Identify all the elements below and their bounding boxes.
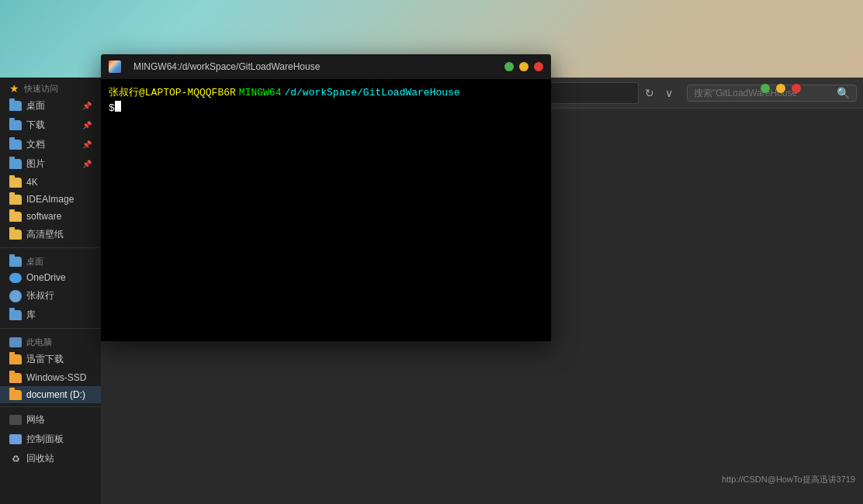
folder-icon-document-d bbox=[9, 390, 22, 400]
desktop-section: 桌面 bbox=[0, 251, 101, 269]
this-pc-section: 此电脑 bbox=[0, 332, 101, 350]
folder-icon-thunder bbox=[9, 354, 22, 364]
sidebar-item-label: software bbox=[26, 211, 61, 222]
sidebar-item-network[interactable]: 网络 bbox=[0, 410, 101, 430]
terminal-line-1: 张叔行@LAPTOP-MQQQFB6R MINGW64 /d/workSpace… bbox=[109, 85, 543, 101]
terminal-path: /d/workSpace/GitLoadWareHouse bbox=[284, 85, 459, 101]
sidebar-item-wallpaper[interactable]: 高清壁纸 bbox=[0, 225, 101, 244]
terminal-cursor bbox=[115, 101, 121, 112]
folder-icon-windows-ssd bbox=[9, 373, 22, 383]
folder-icon-library bbox=[9, 310, 22, 320]
sidebar-item-label: 库 bbox=[26, 309, 36, 322]
terminal-line-2: $ bbox=[109, 101, 543, 116]
sidebar-item-label: 回收站 bbox=[26, 452, 54, 465]
pin-icon: 📌 bbox=[82, 102, 92, 110]
folder-icon-desktop bbox=[9, 101, 22, 111]
recycle-icon: ♻ bbox=[9, 453, 22, 465]
watermark: http://CSDN@HowTo提高迅讲3719 bbox=[722, 474, 855, 485]
terminal-minimize-button[interactable] bbox=[504, 62, 514, 71]
folder-icon-4k bbox=[9, 178, 22, 188]
sidebar-item-desktop[interactable]: 桌面 📌 bbox=[0, 96, 101, 116]
sidebar-item-documents[interactable]: 文档 📌 bbox=[0, 135, 101, 154]
control-panel-icon bbox=[9, 434, 22, 444]
this-pc-label: 此电脑 bbox=[26, 337, 52, 348]
pin-icon-4: 📌 bbox=[82, 160, 92, 168]
terminal-titlebar: MINGW64:/d/workSpace/GitLoadWareHouse bbox=[101, 54, 551, 79]
sidebar-item-label: IDEAImage bbox=[26, 194, 74, 205]
desktop-section-label: 桌面 bbox=[26, 256, 43, 268]
terminal-maximize-button[interactable] bbox=[519, 62, 529, 71]
divider-2 bbox=[0, 328, 101, 329]
sidebar-item-control-panel[interactable]: 控制面板 bbox=[0, 430, 101, 449]
divider-1 bbox=[0, 247, 101, 248]
sidebar-item-label: 迅雷下载 bbox=[26, 353, 64, 366]
watermark-text: http://CSDN@HowTo提高迅讲3719 bbox=[722, 475, 855, 484]
terminal-window-controls bbox=[504, 62, 543, 71]
sidebar-item-library[interactable]: 库 bbox=[0, 306, 101, 325]
top-maximize-button[interactable] bbox=[776, 84, 785, 93]
folder-icon-pictures bbox=[9, 159, 22, 169]
terminal-window: MINGW64:/d/workSpace/GitLoadWareHouse 张叔… bbox=[101, 54, 551, 341]
sidebar-item-recycle[interactable]: ♻ 回收站 bbox=[0, 449, 101, 468]
sidebar-item-onedrive[interactable]: OneDrive bbox=[0, 269, 101, 286]
sidebar-item-label: 张叔行 bbox=[26, 289, 54, 302]
sidebar-item-label: 下载 bbox=[26, 119, 45, 132]
sidebar-panel: ★ 快速访问 桌面 📌 下载 📌 文档 📌 图片 📌 4K bbox=[0, 78, 101, 504]
sidebar-item-4k[interactable]: 4K bbox=[0, 174, 101, 191]
sidebar-item-downloads[interactable]: 下载 📌 bbox=[0, 116, 101, 135]
top-close-button[interactable] bbox=[792, 84, 801, 93]
onedrive-icon bbox=[9, 273, 22, 283]
divider-3 bbox=[0, 406, 101, 407]
terminal-shell: MINGW64 bbox=[239, 85, 282, 101]
pc-icon bbox=[9, 337, 22, 347]
pin-icon-2: 📌 bbox=[82, 121, 92, 129]
sidebar-item-label: 网络 bbox=[26, 413, 45, 426]
network-icon bbox=[9, 415, 22, 425]
sidebar-item-label: 图片 bbox=[26, 157, 45, 171]
sidebar-item-label: document (D:) bbox=[26, 389, 85, 400]
user-icon bbox=[9, 290, 22, 302]
sidebar-item-windows-ssd[interactable]: Windows-SSD bbox=[0, 369, 101, 386]
top-right-controls bbox=[761, 84, 801, 93]
refresh-button[interactable]: ↻ bbox=[642, 84, 657, 102]
folder-icon-documents bbox=[9, 140, 22, 150]
star-icon: ★ bbox=[9, 82, 19, 95]
sidebar-item-user[interactable]: 张叔行 bbox=[0, 286, 101, 306]
folder-icon-desktop-section bbox=[9, 257, 22, 267]
sidebar-item-label: Windows-SSD bbox=[26, 372, 86, 383]
folder-icon-downloads bbox=[9, 120, 22, 130]
terminal-close-button[interactable] bbox=[534, 62, 543, 71]
terminal-body[interactable]: 张叔行@LAPTOP-MQQQFB6R MINGW64 /d/workSpace… bbox=[101, 79, 551, 341]
mingw-icon bbox=[109, 60, 121, 73]
terminal-prompt-symbol: $ bbox=[109, 101, 115, 116]
folder-icon-ideaimage bbox=[9, 195, 22, 205]
sidebar-item-label: 桌面 bbox=[26, 99, 45, 112]
sidebar-item-label: 高清壁纸 bbox=[26, 228, 64, 241]
terminal-title: MINGW64:/d/workSpace/GitLoadWareHouse bbox=[133, 61, 320, 72]
sidebar-item-document-d[interactable]: document (D:) bbox=[0, 386, 101, 403]
quick-access-label: 快速访问 bbox=[24, 83, 58, 95]
sidebar-item-label: 4K bbox=[26, 177, 38, 188]
pin-icon-3: 📌 bbox=[82, 140, 92, 149]
folder-icon-software bbox=[9, 212, 22, 222]
sidebar-item-label: OneDrive bbox=[26, 272, 66, 283]
dropdown-button[interactable]: ∨ bbox=[660, 84, 678, 102]
sidebar-item-label: 控制面板 bbox=[26, 433, 64, 446]
sidebar-item-pictures[interactable]: 图片 📌 bbox=[0, 154, 101, 174]
terminal-user: 张叔行@LAPTOP-MQQQFB6R bbox=[109, 85, 236, 101]
sidebar-item-label: 文档 bbox=[26, 138, 45, 151]
search-submit-button[interactable]: 🔍 bbox=[837, 87, 850, 99]
sidebar-item-ideaimage[interactable]: IDEAImage bbox=[0, 191, 101, 208]
folder-icon-wallpaper bbox=[9, 230, 22, 240]
top-minimize-button[interactable] bbox=[761, 84, 770, 93]
sidebar-item-thunder[interactable]: 迅雷下载 bbox=[0, 350, 101, 369]
sidebar-item-software[interactable]: software bbox=[0, 208, 101, 225]
quick-access-section: ★ 快速访问 bbox=[0, 78, 101, 96]
